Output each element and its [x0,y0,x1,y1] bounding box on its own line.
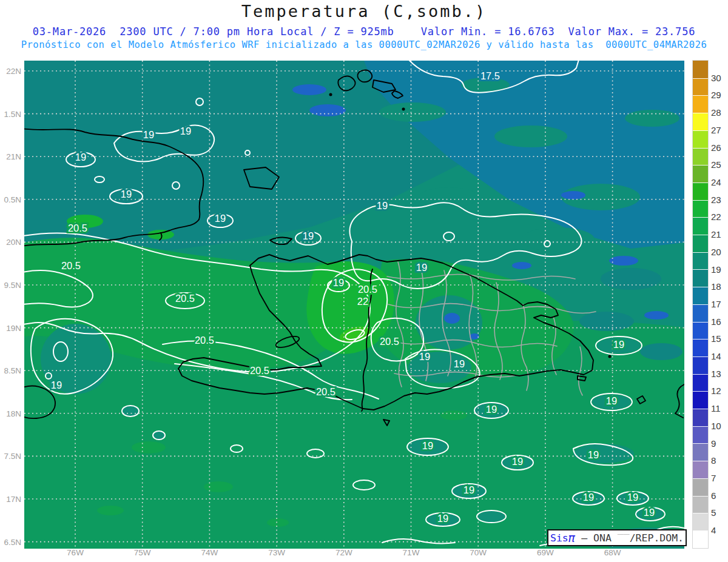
contour-value-label: 19 [463,484,474,495]
legend-text-part: Sis [550,532,568,544]
lat-tick-label: 9.5N [4,281,21,290]
colorbar-tick-label: 9 [711,438,716,448]
colorbar-tick-label: 23 [711,194,721,204]
colorbar-tick-label: 25 [711,159,721,170]
colorbar-tick-label: 5 [711,507,716,518]
longitude-axis: 76W75W74W73W72W71W70W69W68W [24,548,684,560]
contour-value-label: 19 [121,189,132,199]
colorbar-cell [693,461,708,478]
contour-value-label: 20.5 [68,222,87,233]
lon-tick-label: 74W [196,548,223,557]
legend-text-part: – ONA [575,532,618,544]
contour-value-label: 19 [644,507,655,518]
contour-value-label: 19 [180,125,191,136]
model-init-line: Pronóstico con el Modelo Atmósferico WRF… [0,39,728,50]
latitude-axis: 22N1.5N21N0.5N20N9.5N19N8.5N18N7.5N17N6.… [0,61,22,549]
colorbar-cell [693,95,708,113]
contour-value-label: 20.5 [358,284,377,295]
lat-tick-label: 7.5N [4,452,21,461]
colorbar-tick-label: 22 [711,212,721,222]
contour-value-label: 19 [486,404,497,415]
colorbar-tick-label: 13 [711,368,721,378]
colorbar-tick-label: 18 [711,281,721,292]
colorbar-cell [693,130,708,148]
colorbar-cell [693,339,708,356]
contour-value-label: 19 [454,358,465,369]
contour-value-label: 20.5 [316,386,335,397]
colorbar-cell [693,165,708,182]
colorbar-cell [693,322,708,340]
lon-tick-label: 73W [263,548,290,557]
colorbar-tick-label: 24 [711,176,721,187]
contour-value-label: 20.5 [175,293,195,304]
colorbar-tick-label: 8 [711,455,716,466]
legend-text-part: π [568,535,575,541]
legend-text-part: /REP.DOM. [630,532,684,544]
colorbar-tick-label: 12 [711,386,721,396]
colorbar-cell [693,409,708,426]
colorbar-tick-label: 21 [711,229,721,239]
contour-value-label: 19 [303,230,314,241]
colorbar-cell [693,530,708,548]
colorbar-cell [693,182,708,200]
colorbar-tick-label: 28 [711,107,721,118]
colorbar-cell [693,356,708,374]
lat-tick-label: 0.5N [4,195,21,204]
contour-value-label: 20.5 [380,336,399,347]
contour-value-label: 19 [51,380,62,390]
lat-tick-label: 21N [6,152,21,161]
colorbar-tick-label: 7 [711,473,716,483]
colorbar-cell [693,235,708,252]
lon-tick-label: 71W [398,548,425,557]
contour-value-label: 19 [588,449,599,460]
contour-value-label: 19 [419,351,430,362]
colorbar-cell [693,148,708,166]
contour-value-label: 19 [422,440,433,451]
colorbar-tick-label: 29 [711,90,721,100]
colorbar-cell [693,217,708,235]
map-legend: Sisπ – ONA ‾‾/REP.DOM. [547,529,687,546]
lat-tick-label: 19N [6,323,21,332]
colorbar-cell [693,287,708,304]
colorbar-cell [693,252,708,270]
colorbar-cell [693,61,708,78]
weather-forecast-page: Temperatura (C,somb.) 03-Mar-2026 2300 U… [0,0,728,562]
colorbar-cell [693,269,708,287]
lat-tick-label: 20N [6,238,21,247]
contour-value-label: 19 [416,262,427,273]
temperature-map-svg: 17.5191919191919191919191919191919191919… [24,61,684,549]
contour-value-label: 19 [437,513,448,524]
lon-tick-label: 72W [331,548,357,557]
contour-value-label: 19 [512,456,523,467]
colorbar-cell [693,391,708,409]
colorbar-tick-label: 4 [711,525,716,535]
colorbar-tick-label: 10 [711,420,721,430]
colorbar-cell [693,426,708,444]
contour-value-label: 19 [143,129,154,140]
colorbar-tick-label: 30 [711,72,721,82]
lat-tick-label: 8.5N [4,366,21,375]
lon-tick-label: 76W [62,548,89,557]
contour-value-label: 19 [627,492,638,503]
colorbar-tick-labels: 3029282726252423222120191817161514131211… [711,60,728,550]
lat-tick-label: 6.5N [4,537,21,546]
colorbar-tick-label: 11 [711,403,721,413]
lat-tick-label: 17N [6,495,21,504]
lat-tick-label: 22N [6,67,21,76]
colorbar-cell [693,78,708,96]
contour-value-label: 20.5 [195,335,214,346]
colorbar-cell [693,200,708,218]
colorbar-cell [693,443,708,461]
contour-value-label: 17.5 [480,70,500,81]
colorbar-cell [693,304,708,322]
shaded-field-layer [24,61,684,549]
lat-tick-label: 1.5N [4,109,21,118]
colorbar-cell [693,513,708,530]
contour-value-label: 19 [333,277,344,288]
contour-value-label: 20.5 [250,365,269,376]
colorbar-tick-label: 17 [711,298,721,309]
lon-tick-label: 68W [599,548,626,557]
colorbar-tick-label: 19 [711,264,721,274]
colorbar-tick-label: 26 [711,142,721,152]
contour-value-label: 20.5 [61,260,81,271]
